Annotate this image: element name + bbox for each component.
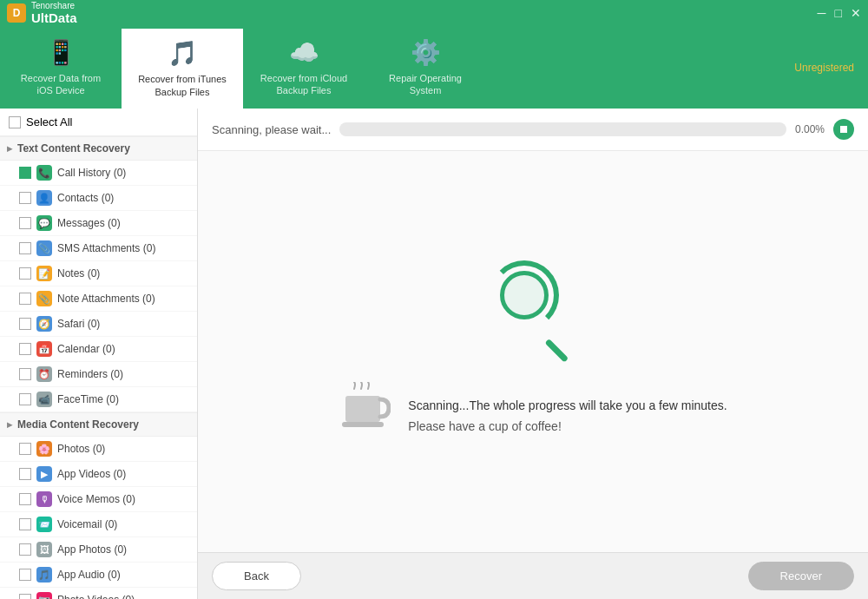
messages-label: Messages (0) [57, 217, 190, 229]
list-item[interactable]: 🎙 Voice Memos (0) [0, 487, 197, 512]
list-item[interactable]: 📅 Calendar (0) [0, 337, 197, 362]
list-item[interactable]: ⏰ Reminders (0) [0, 362, 197, 387]
note-attachments-icon: 📎 [36, 291, 52, 306]
section-text-content[interactable]: ▶ Text Content Recovery [0, 136, 197, 161]
photo-videos-label: Photo Videos (0) [57, 594, 190, 599]
list-item[interactable]: 🖼 App Photos (0) [0, 537, 197, 563]
app-logo: D [7, 3, 26, 23]
recover-button[interactable]: Recover [748, 562, 854, 590]
list-item[interactable]: ▶ App Videos (0) [0, 462, 197, 487]
list-item[interactable]: 📝 Notes (0) [0, 261, 197, 286]
main-area: Select All ▶ Text Content Recovery 📞 Cal… [0, 109, 868, 599]
minimize-button[interactable]: ─ [818, 6, 826, 20]
calendar-label: Calendar (0) [57, 343, 190, 355]
repair-icon: ⚙️ [411, 38, 441, 67]
checkbox-call-history[interactable] [19, 167, 31, 179]
svg-rect-0 [345, 396, 380, 422]
messages-icon: 💬 [36, 215, 52, 231]
checkbox-notes[interactable] [19, 267, 31, 280]
magnifier-animation [481, 252, 585, 356]
photos-label: Photos (0) [57, 443, 190, 455]
voice-memos-label: Voice Memos (0) [57, 493, 190, 505]
nav-itunes-backup[interactable]: 🎵 Recover from iTunesBackup Files [122, 26, 243, 109]
app-photos-label: App Photos (0) [57, 543, 190, 556]
notes-icon: 📝 [36, 266, 52, 281]
list-item[interactable]: 💬 Messages (0) [0, 211, 197, 236]
checkbox-app-videos[interactable] [19, 468, 31, 480]
app-audio-label: App Audio (0) [57, 569, 190, 581]
sms-attachments-label: SMS Attachments (0) [57, 242, 190, 254]
stop-button[interactable] [833, 119, 854, 140]
bottom-bar: Back Recover [198, 552, 868, 599]
coffee-line2: Please have a cup of coffee! [408, 417, 727, 438]
checkbox-sms-attachments[interactable] [19, 242, 31, 254]
list-item[interactable]: 📎 Note Attachments (0) [0, 286, 197, 312]
nav-ios-device[interactable]: 📱 Recover Data fromiOS Device [0, 26, 122, 109]
select-all-label: Select All [26, 115, 72, 128]
list-item[interactable]: 📨 Voicemail (0) [0, 512, 197, 537]
contacts-label: Contacts (0) [57, 192, 190, 204]
section-media-content[interactable]: ▶ Media Content Recovery [0, 412, 197, 437]
app-videos-icon: ▶ [36, 466, 52, 482]
calendar-icon: 📅 [36, 341, 52, 357]
app-photos-icon: 🖼 [36, 542, 52, 557]
voice-memos-icon: 🎙 [36, 491, 52, 507]
photo-videos-icon: 📷 [36, 592, 52, 599]
nav-bar: 📱 Recover Data fromiOS Device 🎵 Recover … [0, 26, 868, 109]
app-videos-label: App Videos (0) [57, 468, 190, 480]
sidebar: Select All ▶ Text Content Recovery 📞 Cal… [0, 109, 198, 599]
list-item[interactable]: 🧭 Safari (0) [0, 312, 197, 337]
close-button[interactable]: ✕ [851, 6, 861, 20]
nav-repair-os[interactable]: ⚙️ Repair OperatingSystem [365, 26, 486, 109]
note-attachments-label: Note Attachments (0) [57, 293, 190, 305]
progress-percent: 0.00% [795, 123, 825, 135]
checkbox-note-attachments[interactable] [19, 293, 31, 305]
company-name: Tenorshare [31, 1, 77, 10]
reminders-icon: ⏰ [36, 366, 52, 382]
svg-rect-1 [342, 422, 384, 427]
safari-label: Safari (0) [57, 318, 190, 330]
select-all-row[interactable]: Select All [0, 109, 197, 136]
select-all-checkbox[interactable] [9, 116, 21, 128]
maximize-button[interactable]: □ [835, 6, 842, 20]
scanning-visual: Scanning...The whole progress will take … [198, 151, 868, 552]
nav-icloud-backup[interactable]: ☁️ Recover from iCloudBackup Files [243, 26, 365, 109]
checkbox-photo-videos[interactable] [19, 594, 31, 599]
list-item[interactable]: 📹 FaceTime (0) [0, 387, 197, 412]
checkbox-app-photos[interactable] [19, 543, 31, 556]
back-button[interactable]: Back [212, 562, 301, 590]
list-item[interactable]: 👤 Contacts (0) [0, 186, 197, 211]
icloud-label: Recover from iCloudBackup Files [260, 72, 347, 97]
checkbox-messages[interactable] [19, 217, 31, 229]
call-history-label: Call History (0) [57, 167, 190, 179]
stop-icon [840, 126, 847, 133]
list-item[interactable]: 🎵 App Audio (0) [0, 563, 197, 588]
checkbox-voicemail[interactable] [19, 518, 31, 530]
list-item[interactable]: 📷 Photo Videos (0) [0, 588, 197, 599]
app-branding: Tenorshare UltData [31, 1, 77, 25]
contacts-icon: 👤 [36, 190, 52, 206]
checkbox-photos[interactable] [19, 443, 31, 455]
icloud-icon: ☁️ [289, 38, 319, 67]
checkbox-facetime[interactable] [19, 393, 31, 405]
coffee-icon [339, 382, 391, 452]
checkbox-safari[interactable] [19, 318, 31, 330]
list-item[interactable]: 📎 SMS Attachments (0) [0, 236, 197, 261]
checkbox-app-audio[interactable] [19, 569, 31, 581]
ios-icon: 📱 [46, 38, 76, 67]
app-name: UltData [31, 10, 77, 25]
checkbox-voice-memos[interactable] [19, 493, 31, 505]
unregistered-label: Unregistered [794, 26, 868, 109]
coffee-line1: Scanning...The whole progress will take … [408, 396, 727, 417]
progress-label: Scanning, please wait... [212, 123, 331, 136]
progress-bar [339, 122, 786, 136]
checkbox-reminders[interactable] [19, 368, 31, 380]
list-item[interactable]: 🌸 Photos (0) [0, 437, 197, 462]
voicemail-label: Voicemail (0) [57, 518, 190, 530]
checkbox-calendar[interactable] [19, 343, 31, 355]
checkbox-contacts[interactable] [19, 192, 31, 204]
ios-label: Recover Data fromiOS Device [21, 72, 101, 97]
voicemail-icon: 📨 [36, 517, 52, 532]
list-item[interactable]: 📞 Call History (0) [0, 161, 197, 186]
title-bar-controls: ─ □ ✕ [818, 6, 861, 20]
